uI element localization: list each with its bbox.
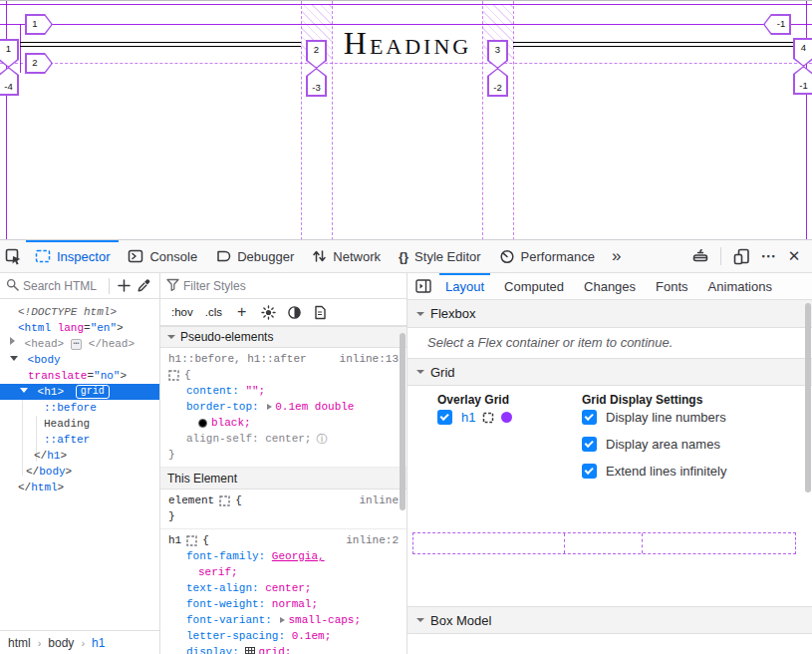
extend-lines-checkbox[interactable]	[582, 464, 597, 479]
rule-source-link[interactable]: inline	[359, 492, 399, 508]
selector-highlighter-icon[interactable]	[186, 535, 197, 546]
property-value[interactable]: small-caps;	[288, 612, 361, 628]
close-devtools-icon[interactable]: ✕	[782, 247, 806, 265]
dark-scheme-icon[interactable]	[282, 299, 306, 325]
layout-scrollbar[interactable]	[805, 303, 811, 492]
grid-section-header[interactable]: Grid	[407, 358, 812, 386]
property-name-inactive[interactable]: align-self:	[186, 431, 259, 447]
property-value[interactable]: grid;	[258, 644, 291, 654]
tab-layout[interactable]: Layout	[435, 273, 494, 300]
tree-row-h1-selected[interactable]: <h1> grid	[0, 384, 159, 400]
grid-highlighter-icon[interactable]	[245, 647, 255, 654]
tree-row-before[interactable]: ::before	[0, 400, 159, 416]
grid-badge[interactable]: grid	[76, 385, 110, 399]
inactive-info-icon[interactable]: ⓘ	[316, 431, 327, 447]
selector-highlighter-icon[interactable]	[482, 412, 494, 424]
separator	[109, 278, 110, 294]
property-name[interactable]: letter-spacing:	[186, 628, 285, 644]
tab-console[interactable]: Console	[119, 240, 206, 273]
property-value[interactable]: "";	[245, 383, 265, 399]
class-panel-button[interactable]: .cls	[200, 306, 227, 318]
collapse-sidebar-icon[interactable]	[411, 274, 435, 298]
rule-selector[interactable]: element	[168, 492, 214, 508]
meatball-menu-icon[interactable]: ⋯	[756, 247, 780, 265]
property-name[interactable]: font-family:	[186, 548, 265, 564]
property-value[interactable]: normal;	[272, 596, 318, 612]
tab-changes[interactable]: Changes	[574, 273, 646, 300]
tree-row-html-close[interactable]: </html>	[0, 480, 159, 495]
tree-row-after[interactable]: ::after	[0, 432, 159, 448]
search-icon	[6, 277, 19, 295]
tree-row-html-open[interactable]: <html lang="en">	[0, 320, 159, 336]
pseudo-elements-header[interactable]: Pseudo-elements	[160, 326, 406, 348]
search-html-input[interactable]: Search HTML	[23, 279, 105, 293]
browser-toolbox-icon[interactable]	[687, 243, 713, 269]
responsive-design-mode-icon[interactable]	[728, 243, 754, 269]
selector-highlighter-icon[interactable]	[219, 495, 230, 506]
twisty-expanded[interactable]	[10, 356, 18, 361]
rule-selector[interactable]: h1::before, h1::after	[168, 351, 307, 367]
expand-value-icon[interactable]	[267, 404, 272, 410]
tree-row-h1-close[interactable]: </h1>	[0, 448, 159, 464]
grid-color-swatch[interactable]	[501, 412, 512, 423]
tree-row-head[interactable]: <head> ⋯ </head>	[0, 336, 159, 352]
property-value[interactable]: black;	[211, 415, 251, 431]
property-value[interactable]: 0.1em;	[292, 628, 332, 644]
grid-overlay-checkbox[interactable]	[437, 410, 452, 425]
property-value[interactable]: serif;	[198, 564, 238, 580]
property-value[interactable]: center;	[265, 580, 311, 596]
expand-value-icon[interactable]	[280, 617, 285, 623]
tab-animations[interactable]: Animations	[698, 273, 782, 300]
rule-source-link[interactable]: inline:13	[340, 351, 399, 367]
property-name[interactable]: text-align:	[186, 580, 259, 596]
rule-selector[interactable]: h1	[168, 532, 181, 548]
breadcrumb-h1[interactable]: h1	[92, 636, 105, 650]
font-link[interactable]: Georgia,	[272, 548, 325, 564]
pick-element-icon[interactable]	[0, 243, 26, 269]
rule-source-link[interactable]: inline:2	[346, 532, 399, 548]
twisty-expanded[interactable]	[20, 388, 28, 393]
property-name[interactable]: font-variant:	[186, 612, 272, 628]
tab-computed[interactable]: Computed	[494, 273, 574, 300]
tab-network[interactable]: Network	[303, 240, 390, 273]
add-node-icon[interactable]	[114, 276, 134, 296]
line-numbers-checkbox[interactable]	[582, 410, 597, 425]
sidebar-tabs: Layout Computed Changes Fonts Animations	[407, 273, 812, 300]
property-name[interactable]: content:	[186, 383, 239, 399]
filter-styles-input[interactable]: Filter Styles	[183, 279, 401, 293]
collapsed-content-badge[interactable]: ⋯	[71, 339, 82, 350]
selector-highlighter-icon[interactable]	[168, 370, 179, 381]
property-name[interactable]: font-weight:	[186, 596, 265, 612]
tree-row-body-close[interactable]: </body>	[0, 464, 159, 480]
separator	[720, 247, 721, 265]
tree-row-body-attr[interactable]: translate="no">	[0, 368, 159, 384]
tab-performance[interactable]: Performance	[490, 240, 604, 273]
tree-row-doctype[interactable]: <!DOCTYPE html>	[0, 304, 159, 320]
add-rule-button[interactable]: +	[229, 303, 254, 321]
flexbox-section-header[interactable]: Flexbox	[407, 300, 812, 328]
twisty-collapsed[interactable]	[10, 337, 15, 345]
eyedropper-icon[interactable]	[134, 276, 153, 296]
tab-debugger[interactable]: Debugger	[206, 240, 303, 273]
breadcrumb-body[interactable]: body	[48, 636, 74, 650]
area-names-checkbox[interactable]	[582, 437, 597, 452]
property-value[interactable]: 0.1em double	[275, 399, 354, 415]
box-model-section-header[interactable]: Box Model	[407, 606, 812, 634]
grid-outline-preview[interactable]	[412, 532, 796, 554]
tab-fonts[interactable]: Fonts	[646, 273, 698, 300]
tree-row-text[interactable]: Heading	[0, 416, 159, 432]
tab-style-editor[interactable]: {} Style Editor	[390, 240, 490, 273]
print-simulation-icon[interactable]	[308, 299, 332, 325]
property-name[interactable]: display:	[186, 644, 239, 654]
color-swatch-black[interactable]	[198, 419, 207, 428]
property-value-inactive[interactable]: center;	[265, 431, 311, 447]
more-tabs-icon[interactable]: »	[604, 246, 629, 266]
pseudo-class-panel-button[interactable]: :hov	[166, 306, 198, 318]
tab-inspector[interactable]: Inspector	[26, 240, 119, 273]
tree-row-body-open[interactable]: <body	[0, 352, 159, 368]
property-name[interactable]: border-top:	[186, 399, 259, 415]
rules-scrollbar[interactable]	[400, 333, 406, 510]
breadcrumb-html[interactable]: html	[8, 636, 31, 650]
light-scheme-icon[interactable]	[256, 299, 280, 325]
grid-item-label[interactable]: h1	[461, 410, 475, 425]
